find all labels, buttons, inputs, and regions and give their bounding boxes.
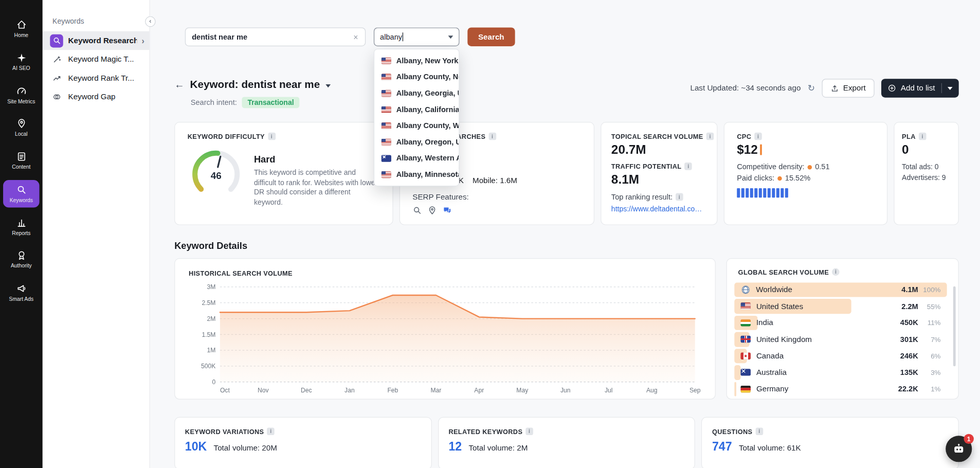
page-title: Keyword: dentist near me — [190, 79, 320, 91]
info-icon[interactable] — [756, 427, 764, 435]
main-content: albany Albany, New York,Albany County, N… — [150, 0, 980, 468]
page-header: Keyword: dentist near me Search intent: … — [174, 79, 959, 108]
summary-card-questions[interactable]: QUESTIONS747Total volume: 61K — [701, 417, 958, 468]
sidebar-item-label: Keyword Rank Tr... — [68, 74, 134, 82]
keyword-input-wrap — [185, 27, 366, 46]
mobile-volume: Mobile: 1.6M — [473, 176, 517, 185]
country-share: 100% — [918, 286, 941, 294]
info-icon[interactable] — [268, 133, 276, 140]
card-title-text: TOPICAL SEARCH VOLUME — [611, 133, 703, 140]
info-icon[interactable] — [706, 133, 714, 140]
location-option[interactable]: Albany County, W — [374, 118, 459, 134]
summary-card-title: KEYWORD VARIATIONS — [185, 427, 421, 435]
card-title-text: KEYWORD DIFFICULTY — [188, 133, 265, 140]
country-share: 55% — [918, 302, 941, 310]
rail-item-smart-ads[interactable]: Smart Ads — [3, 279, 40, 306]
keyword-search-bar: albany Albany, New York,Albany County, N… — [185, 27, 959, 46]
site-metrics-icon — [16, 85, 27, 96]
svg-text:Oct: Oct — [220, 387, 230, 394]
page-header-actions: Last Updated: ~34 seconds ago Export Add… — [690, 79, 958, 97]
rail-item-content[interactable]: Content — [3, 147, 40, 174]
rail-item-ai-seo[interactable]: AI SEO — [3, 48, 40, 75]
info-icon[interactable] — [919, 133, 927, 140]
location-option[interactable]: Albany, New York, — [374, 52, 459, 69]
summary-total-volume: Total volume: 2M — [468, 444, 528, 453]
last-updated-text: Last Updated: ~34 seconds ago — [690, 84, 801, 93]
sidebar-item-keyword-rank-tr[interactable]: Keyword Rank Tr... — [43, 69, 150, 87]
location-option[interactable]: Albany County, Ne — [374, 69, 459, 85]
sidebar-item-keyword-magic-t[interactable]: Keyword Magic T... — [43, 50, 150, 68]
info-icon[interactable] — [488, 133, 496, 140]
keywords-icon — [16, 184, 27, 195]
collapse-sidebar-button[interactable] — [145, 16, 156, 27]
sidebar-item-keyword-research[interactable]: Keyword Research — [43, 31, 150, 50]
card-title-text: PLA — [902, 133, 916, 140]
summary-values: 10KTotal volume: 20M — [185, 440, 421, 454]
sidebar-item-keyword-gap[interactable]: Keyword Gap — [43, 87, 150, 106]
flag-us-icon — [382, 106, 391, 113]
rail-item-label: Smart Ads — [9, 296, 33, 302]
rail-item-label: Authority — [11, 263, 32, 269]
rail-item-local[interactable]: Local — [3, 114, 40, 141]
magic-wand-icon — [50, 53, 63, 66]
info-icon[interactable] — [267, 427, 275, 435]
keywords-sidebar: Keywords Keyword ResearchKeyword Magic T… — [43, 0, 150, 468]
card-title-text: GLOBAL SEARCH VOLUME — [738, 268, 829, 276]
rail-item-authority[interactable]: Authority — [3, 246, 40, 273]
global-search-volume-card: GLOBAL SEARCH VOLUME Worldwide4.1M100%Un… — [727, 258, 959, 400]
location-option[interactable]: Albany, Minnesota — [374, 166, 459, 183]
location-option[interactable]: Albany, Western A — [374, 150, 459, 167]
rail-item-site-metrics[interactable]: Site Metrics — [3, 81, 40, 108]
chevron-down-icon[interactable] — [448, 35, 453, 39]
rail-item-home[interactable]: Home — [3, 15, 40, 42]
paid-clicks-label: Paid clicks: — [737, 174, 774, 183]
info-icon[interactable] — [754, 133, 762, 140]
title-chevron-icon[interactable] — [325, 84, 331, 87]
back-arrow-icon[interactable] — [174, 80, 184, 90]
country-name: Canada — [756, 351, 900, 360]
paid-clicks-bar — [772, 188, 774, 197]
country-row-germany: Germany22.2K1% — [734, 381, 947, 397]
rail-item-keywords[interactable]: Keywords — [3, 180, 40, 207]
location-option-label: Albany County, W — [396, 121, 459, 130]
svg-text:Jul: Jul — [605, 387, 613, 394]
search-button[interactable]: Search — [467, 27, 515, 46]
keyword-input[interactable] — [192, 32, 353, 41]
summary-title-text: RELATED KEYWORDS — [448, 427, 522, 435]
difficulty-level: Hard — [254, 154, 380, 165]
svg-text:2M: 2M — [207, 315, 216, 322]
svg-text:1.5M: 1.5M — [202, 331, 215, 338]
traffic-potential-value: 8.1M — [611, 173, 707, 187]
info-icon[interactable] — [525, 427, 533, 435]
chevron-down-icon[interactable] — [948, 86, 953, 89]
country-row-united-kingdom: United Kingdom301K7% — [734, 331, 947, 348]
add-to-list-button[interactable]: Add to list — [881, 79, 959, 97]
chevron-right-icon — [142, 36, 144, 45]
export-button[interactable]: Export — [822, 79, 874, 97]
location-option-label: Albany County, Ne — [396, 73, 459, 81]
card-title-text: TRAFFIC POTENTIAL — [611, 163, 682, 170]
top-result-link[interactable]: https://www.deltadental.com... — [611, 205, 705, 213]
flag-in-icon — [740, 319, 750, 326]
paid-clicks-bars — [737, 188, 874, 197]
chat-launcher[interactable]: 1 — [946, 436, 972, 462]
summary-card-keyword-variations[interactable]: KEYWORD VARIATIONS10KTotal volume: 20M — [174, 417, 431, 468]
country-row-australia: Australia135K3% — [734, 364, 947, 381]
info-icon[interactable] — [685, 163, 693, 170]
location-option[interactable]: Albany, California, — [374, 101, 459, 118]
location-option[interactable]: Albany, Georgia, U — [374, 85, 459, 101]
location-option[interactable]: Albany, Oregon, U — [374, 134, 459, 150]
scrollbar[interactable] — [953, 286, 956, 367]
info-icon[interactable] — [676, 193, 683, 201]
button-divider — [941, 83, 942, 93]
info-icon[interactable] — [832, 268, 840, 276]
location-input[interactable]: albany — [374, 27, 460, 46]
rail-item-reports[interactable]: Reports — [3, 213, 40, 240]
location-input-value: albany — [380, 32, 402, 41]
text-cursor — [403, 32, 403, 41]
location-dropdown: Albany, New York,Albany County, NeAlbany… — [374, 49, 460, 186]
refresh-icon[interactable] — [808, 83, 815, 93]
summary-card-related-keywords[interactable]: RELATED KEYWORDS12Total volume: 2M — [438, 417, 695, 468]
paid-clicks-bar — [785, 188, 788, 197]
clear-keyword-icon[interactable] — [353, 32, 359, 42]
